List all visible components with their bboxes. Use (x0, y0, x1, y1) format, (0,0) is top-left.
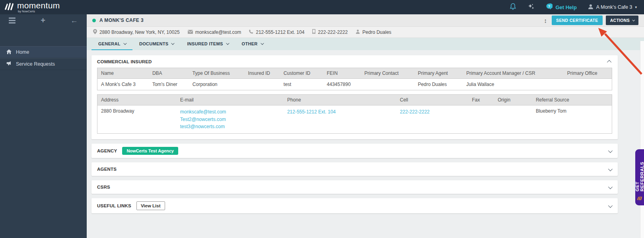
agents-card: AGENTS (91, 162, 618, 176)
section-title-useful-links: USEFUL LINKS (97, 203, 131, 208)
cell-primary-account-manager: Julia Wallace (463, 79, 564, 90)
actions-button[interactable]: ACTIONS (606, 16, 638, 25)
column-header: Referral Source (532, 95, 612, 105)
sparkles-icon (527, 3, 535, 12)
cell-phone: 212-555-1212 Ext. 104 (284, 105, 396, 134)
insured-email[interactable]: monkscafe@test.com (188, 29, 241, 35)
section-title-commercial-insured: COMMERCIAL INSURED (97, 59, 152, 64)
sidebar-item-service-requests[interactable]: Service Requests (0, 58, 87, 70)
momentum-icon (4, 1, 14, 13)
cell-cell: 222-222-2222 (396, 105, 468, 134)
column-header: Primary Agent (414, 68, 463, 79)
cell-address: 2880 Broadway (97, 105, 177, 134)
user-icon (588, 4, 593, 11)
tab-general[interactable]: GENERAL (91, 38, 132, 50)
expand-section-icon[interactable] (608, 148, 613, 153)
cell-fein: 443457890 (323, 79, 361, 90)
cell-fax (468, 105, 494, 134)
account-menu[interactable]: A Monk's Cafe 3 ▾ (588, 4, 637, 11)
table-header-row: Name DBA Type Of Business Insured ID Cus… (97, 68, 612, 79)
get-help-label: Get Help (555, 4, 576, 10)
commercial-insured-card: COMMERCIAL INSURED Name DBA Type Of Busi… (91, 55, 618, 139)
cell-phone-link[interactable]: 222-222-2222 (400, 108, 465, 116)
tab-label: OTHER (242, 41, 258, 46)
main-content: A MONK'S CAFE 3 ↕ SEND CERTIFICATE ACTIO… (87, 14, 644, 238)
get-referrals-tab[interactable]: GET REFERRALS (635, 149, 644, 205)
bell-icon (510, 3, 516, 12)
phone-icon (249, 29, 253, 35)
expand-section-icon[interactable] (608, 185, 613, 189)
notifications-button[interactable] (510, 3, 516, 12)
tab-insured-items[interactable]: INSURED ITEMS (180, 38, 235, 50)
column-header: Name (97, 68, 149, 79)
brand-name: momentum (17, 1, 60, 10)
view-list-button[interactable]: View List (136, 201, 165, 210)
table-row: A Monk's Cafe 3 Tom's Diner Corporation … (97, 79, 612, 90)
vertical-scrollbar[interactable] (640, 41, 644, 238)
contact-info-bar: 2880 Broadway, New York, NY, 10025 monks… (87, 27, 644, 38)
get-help-button[interactable]: ? Get Help (546, 3, 576, 11)
email-link[interactable]: test3@nowcerts.com (180, 123, 280, 131)
email-link[interactable]: Test2@nowcerts.com (180, 116, 280, 123)
cell-customer-id: test (280, 79, 323, 90)
page-title: A MONK'S CAFE 3 (99, 18, 144, 23)
tab-other[interactable]: OTHER (235, 38, 270, 50)
chevron-down-icon (632, 18, 635, 21)
section-title-agency: AGENCY (97, 148, 117, 153)
caret-down-icon: ▾ (635, 5, 637, 9)
section-title-agents: AGENTS (97, 167, 117, 172)
column-header: Phone (284, 95, 396, 105)
phone-link[interactable]: 212-555-1212 Ext. 104 (287, 108, 393, 116)
column-header: Primary Contact (361, 68, 414, 79)
send-certificate-button[interactable]: SEND CERTIFICATE (552, 16, 603, 25)
email-link[interactable]: monkscafe@test.com (180, 108, 280, 116)
agency-badge[interactable]: NowCerts Test Agency (122, 147, 178, 155)
cell-primary-agent: Pedro Duales (414, 79, 463, 90)
cell-emails: monkscafe@test.com Test2@nowcerts.com te… (177, 105, 284, 134)
insured-cell-text: 222-222-2222 (318, 29, 348, 35)
agency-card: AGENCY NowCerts Test Agency (91, 144, 618, 158)
tab-documents[interactable]: DOCUMENTS (132, 38, 181, 50)
envelope-icon (188, 29, 193, 35)
column-header: Primary Office (564, 68, 612, 79)
whats-new-button[interactable] (527, 3, 535, 12)
content-area: COMMERCIAL INSURED Name DBA Type Of Busi… (87, 50, 644, 238)
insured-details-table: Name DBA Type Of Business Insured ID Cus… (97, 68, 612, 90)
expand-vertical-icon[interactable]: ↕ (544, 17, 547, 24)
cell-dba: Tom's Diner (149, 79, 189, 90)
expand-section-icon[interactable] (608, 203, 613, 208)
insured-phone[interactable]: 212-555-1212 Ext. 104 (249, 29, 304, 35)
account-label: A Monk's Cafe 3 (596, 4, 632, 10)
column-header: Customer ID (280, 68, 323, 79)
column-header: Origin (494, 95, 532, 105)
chevron-down-icon (261, 41, 264, 45)
cell-insured-id (245, 79, 280, 90)
location-pin-icon (93, 29, 97, 35)
brand-logo[interactable]: momentum by NowCerts (4, 1, 60, 13)
arrow-back-icon[interactable]: ← (70, 17, 78, 24)
sidebar-item-label: Home (16, 49, 29, 55)
topbar: momentum by NowCerts (0, 0, 644, 14)
column-header: Primary Account Manager / CSR (463, 68, 564, 79)
momentum-referrals-icon (637, 195, 642, 203)
collapse-section-icon[interactable] (607, 60, 611, 64)
cell-referral-source: Blueberry Tom (532, 105, 612, 134)
insured-cell[interactable]: 222-222-2222 (312, 29, 348, 35)
section-title-csrs: CSRS (97, 185, 110, 189)
insured-phone-text: 212-555-1212 Ext. 104 (256, 29, 304, 35)
expand-section-icon[interactable] (608, 167, 613, 171)
actions-button-label: ACTIONS (610, 18, 630, 23)
sidebar-item-home[interactable]: Home (0, 46, 87, 58)
sidebar-item-label: Service Requests (16, 61, 55, 67)
cell-type-of-business: Corporation (189, 79, 245, 90)
add-new-icon[interactable]: + (41, 16, 45, 24)
chevron-down-icon (123, 41, 126, 45)
menu-toggle-icon[interactable] (9, 18, 16, 23)
column-header: E-mail (177, 95, 284, 105)
active-status-dot (92, 19, 96, 22)
column-header: DBA (149, 68, 189, 79)
get-referrals-label: GET REFERRALS (635, 152, 644, 191)
cell-origin (494, 105, 532, 134)
column-header: Cell (396, 95, 468, 105)
tab-label: INSURED ITEMS (187, 41, 223, 46)
